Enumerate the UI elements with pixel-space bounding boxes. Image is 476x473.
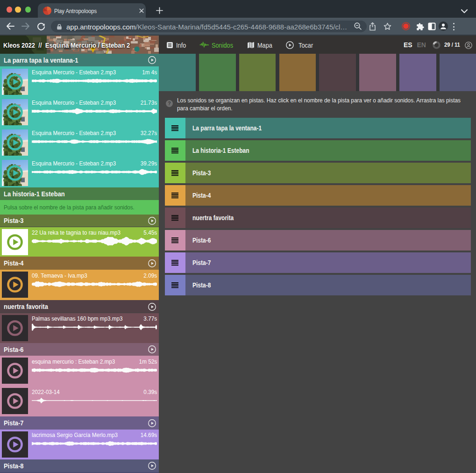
svg-text:?: ?	[168, 100, 171, 106]
